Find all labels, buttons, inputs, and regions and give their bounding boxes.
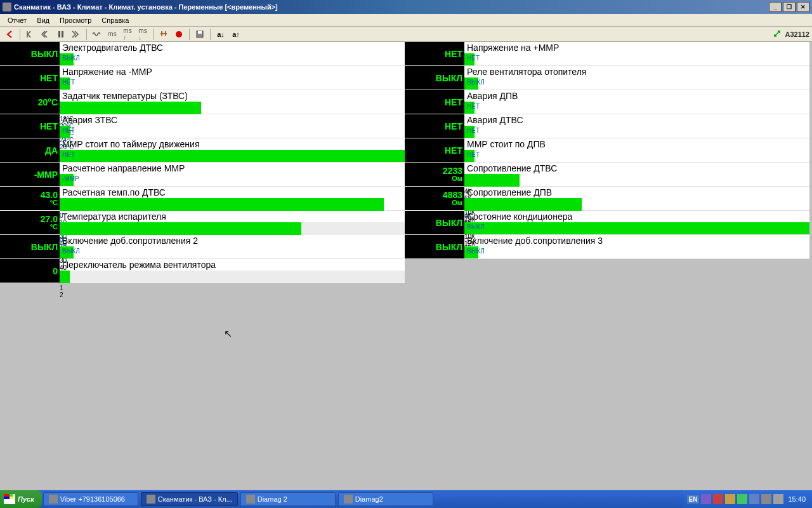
row-bar: 02К4К6К8К10К12К14К	[464, 198, 809, 211]
data-row[interactable]: ВЫКЛВключение доб.сопротивления 2ВЫКЛ	[0, 235, 405, 259]
menu-bar: Отчет Вид Просмотр Справка	[0, 14, 812, 27]
row-content: Авария ЗТВСНЕТ	[60, 114, 405, 138]
row-label: Включение доб.сопротивления 2	[60, 235, 405, 246]
row-bar: ВЫКЛ	[464, 246, 809, 258]
sort-up-icon[interactable]: a↑	[229, 28, 243, 41]
tray-icon[interactable]	[749, 494, 759, 504]
row-label: Реле вентилятора отопителя	[464, 66, 809, 77]
next-icon[interactable]	[69, 28, 83, 41]
row-bar: НЕТ	[464, 150, 809, 162]
ms-icon[interactable]: ms	[105, 28, 119, 41]
taskbar-item[interactable]: Сканматик - ВАЗ - Кл...	[141, 492, 238, 506]
data-row[interactable]: НЕТАвария ДПВНЕТ	[405, 90, 809, 114]
row-content: Расчетное направление ММР-ММР	[60, 163, 405, 186]
data-row[interactable]: НЕТНапряжение на -ММРНЕТ	[0, 66, 405, 90]
row-content: Включение доб.сопротивления 3ВЫКЛ	[464, 235, 809, 258]
row-label: Задатчик температуры (ЗТВС)	[60, 90, 405, 102]
windows-logo-icon	[4, 494, 15, 504]
pause-icon[interactable]	[54, 28, 68, 41]
svg-rect-4	[198, 31, 202, 34]
taskbar-item[interactable]: Diamag2	[338, 492, 433, 506]
ms-down-icon[interactable]: ms↓	[136, 28, 150, 41]
data-row[interactable]: ВЫКЛРеле вентилятора отопителяВЫКЛ	[405, 66, 809, 90]
data-row[interactable]: 0Переключатель режима вентилятора0А12	[0, 259, 405, 283]
clock[interactable]: 15:40	[785, 495, 808, 503]
tray-icon[interactable]	[737, 494, 747, 504]
value-cell: 4883Ом	[405, 187, 464, 210]
data-row[interactable]: НЕТАвария ЗТВСНЕТ	[0, 114, 405, 138]
menu-view[interactable]: Вид	[32, 15, 55, 25]
value-text: 27.0	[41, 215, 58, 224]
status-text: ВЫКЛ	[467, 79, 485, 86]
menu-browse[interactable]: Просмотр	[55, 15, 96, 25]
record-icon[interactable]	[172, 28, 186, 41]
value-text: НЕТ	[445, 50, 462, 58]
start-button[interactable]: Пуск	[0, 490, 42, 508]
data-row[interactable]: НЕТММР стоит по ДПВНЕТ	[405, 138, 809, 163]
taskbar-item-label: Diamag2	[355, 495, 383, 503]
data-row[interactable]: 43.0°CРасчетная темп.по ДТВС-20-10010203…	[0, 187, 405, 211]
taskbar-item[interactable]: Viber +79136105066	[43, 492, 138, 506]
row-label: ММР стоит по таймеру движения	[60, 138, 405, 150]
row-bar: НЕТ	[464, 126, 809, 138]
taskbar-item-label: Сканматик - ВАЗ - Кл...	[158, 495, 232, 503]
value-cell: ВЫКЛ	[0, 235, 60, 258]
data-row[interactable]: -ММРРасчетное направление ММР-ММР	[0, 163, 405, 187]
data-row[interactable]: 27.0°CТемпература испарителя-20-10010203…	[0, 211, 405, 235]
status-text: НЕТ	[62, 151, 75, 158]
taskbar-item[interactable]: Diamag 2	[240, 492, 336, 506]
value-text: ДА	[45, 146, 58, 155]
wave-icon[interactable]	[90, 28, 104, 41]
menu-help[interactable]: Справка	[96, 15, 134, 25]
value-cell: ВЫКЛ	[405, 211, 464, 234]
data-row[interactable]: ДАММР стоит по таймеру движенияНЕТ	[0, 138, 405, 163]
row-bar: НЕТ	[464, 102, 809, 114]
value-cell: 20°C	[0, 90, 60, 114]
back-icon[interactable]	[3, 28, 16, 41]
minimize-button[interactable]: _	[769, 2, 782, 12]
data-row[interactable]: ВЫКЛВключение доб.сопротивления 3ВЫКЛ	[405, 235, 809, 259]
value-text: ВЫКЛ	[31, 50, 58, 58]
start-label: Пуск	[18, 495, 34, 503]
value-cell: ВЫКЛ	[405, 235, 464, 258]
ms-up-icon[interactable]: ms↑	[121, 28, 134, 41]
grid-right-column: НЕТНапряжение на +ММРНЕТВЫКЛРеле вентиля…	[405, 42, 809, 283]
value-cell: НЕТ	[405, 138, 464, 162]
tray-icon[interactable]	[761, 494, 771, 504]
svg-point-2	[176, 31, 182, 37]
tray-icon[interactable]	[713, 494, 723, 504]
status-code: A32112	[785, 30, 809, 38]
status-text: НЕТ	[467, 151, 480, 158]
menu-report[interactable]: Отчет	[3, 15, 32, 25]
first-icon[interactable]	[23, 28, 37, 41]
maximize-button[interactable]: ❐	[783, 2, 796, 12]
prev-icon[interactable]	[39, 28, 53, 41]
data-row[interactable]: 2233ОмСопротивление ДТВС02К4К6К8К10К12К1…	[405, 163, 809, 187]
save-icon[interactable]	[193, 28, 207, 41]
data-row[interactable]: ВЫКЛСостояние кондиционераВЫКЛ	[405, 211, 809, 235]
language-indicator[interactable]: EN	[687, 495, 700, 504]
data-row[interactable]: 4883ОмСопротивление ДПВ02К4К6К8К10К12К14…	[405, 187, 809, 211]
sort-down-icon[interactable]: a↓	[214, 28, 228, 41]
value-cell: 2233Ом	[405, 163, 464, 186]
marker-icon[interactable]	[157, 28, 171, 41]
data-row[interactable]: 20°CЗадатчик температуры (ЗТВС)min16°C18…	[0, 90, 405, 114]
data-row[interactable]: НЕТНапряжение на +ММРНЕТ	[405, 42, 809, 66]
row-content: Переключатель режима вентилятора0А12	[60, 259, 405, 283]
value-cell: -ММР	[0, 163, 60, 186]
tray-icon[interactable]	[701, 494, 711, 504]
window-title: Сканматик - ВАЗ - Климат - Климат. устан…	[14, 3, 769, 11]
data-row[interactable]: ВЫКЛЭлектродвигатель ДТВСВЫКЛ	[0, 42, 405, 66]
row-bar: ВЫКЛ	[464, 77, 809, 90]
app-icon	[49, 495, 58, 504]
row-bar: -20-10010203040	[60, 198, 405, 211]
tray-icon[interactable]	[773, 494, 783, 504]
row-content: ММР стоит по таймеру движенияНЕТ	[60, 138, 405, 162]
close-button[interactable]: ✕	[797, 2, 809, 12]
row-label: ММР стоит по ДПВ	[464, 138, 809, 150]
row-content: Включение доб.сопротивления 2ВЫКЛ	[60, 235, 405, 258]
value-text: ВЫКЛ	[436, 74, 462, 83]
tray-icon[interactable]	[725, 494, 735, 504]
row-content: Напряжение на +ММРНЕТ	[464, 42, 809, 65]
data-row[interactable]: НЕТАвария ДТВСНЕТ	[405, 114, 809, 138]
